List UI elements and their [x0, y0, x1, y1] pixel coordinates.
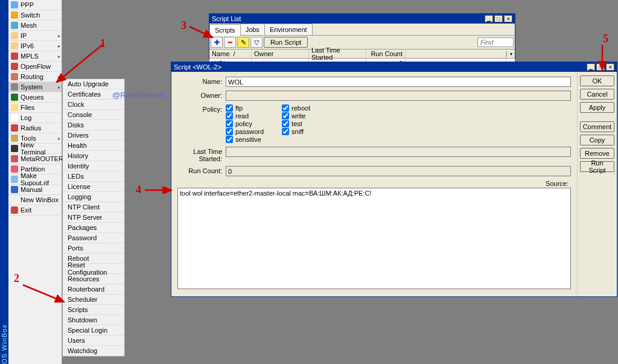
menu-item-ppp[interactable]: PPP — [8, 0, 62, 10]
submenu-item-packages[interactable]: Packages — [63, 223, 124, 233]
policy-password[interactable]: password — [226, 128, 264, 135]
submenu-item-license[interactable]: License — [63, 182, 124, 192]
policy-write-checkbox[interactable] — [282, 112, 289, 120]
find-input[interactable] — [477, 37, 514, 47]
source-textarea[interactable] — [177, 188, 571, 289]
submenu-item-password[interactable]: Password — [63, 233, 124, 243]
menu-item-log[interactable]: Log — [8, 113, 62, 123]
menu-item-switch[interactable]: Switch — [8, 10, 62, 21]
menu-item-openflow[interactable]: OpenFlow — [8, 62, 62, 72]
menu-item-mesh[interactable]: Mesh — [8, 21, 62, 31]
menu-item-manual[interactable]: Manual — [8, 185, 62, 195]
maximize-button[interactable]: □ — [596, 63, 605, 71]
submenu-item-reset-configuration[interactable]: Reset Configuration — [63, 264, 124, 274]
menu-item-queues[interactable]: Queues — [8, 92, 62, 103]
submenu-arrow-icon: ▸ — [58, 136, 60, 141]
cancel-button[interactable]: Cancel — [580, 89, 614, 100]
run-script-button[interactable]: Run Script — [264, 37, 308, 48]
menu-item-system[interactable]: System▸ — [8, 82, 62, 92]
minimize-button[interactable]: ▁ — [587, 63, 595, 71]
close-button[interactable]: ✕ — [504, 15, 512, 22]
close-button[interactable]: ✕ — [606, 63, 614, 71]
submenu-item-ntp-server[interactable]: NTP Server — [63, 212, 124, 223]
menu-item-metarouter[interactable]: MetaROUTER — [8, 154, 62, 164]
comment-button[interactable]: Comment — [580, 121, 614, 132]
maximize-button[interactable]: □ — [494, 15, 503, 22]
submenu-item-history[interactable]: History — [63, 151, 124, 161]
submenu-item-scripts[interactable]: Scripts — [63, 305, 124, 315]
add-button[interactable]: ✚ — [211, 37, 223, 48]
policy-policy-checkbox[interactable] — [226, 120, 233, 127]
submenu-item-disks[interactable]: Disks — [63, 120, 124, 130]
menu-item-ipv6[interactable]: IPv6▸ — [8, 41, 62, 51]
policy-password-checkbox[interactable] — [226, 128, 233, 135]
ok-button[interactable]: OK — [580, 75, 614, 86]
script-edit-buttons: OKCancelApplyCommentCopyRemoveRun Script — [577, 72, 617, 296]
comment-button[interactable]: ✎ — [237, 37, 249, 48]
tab-jobs[interactable]: Jobs — [240, 24, 265, 35]
menu-icon — [11, 94, 18, 101]
policy-reboot-checkbox[interactable] — [282, 104, 289, 112]
policy-sniff-checkbox[interactable] — [282, 128, 289, 135]
policy-sensitive[interactable]: sensitive — [226, 136, 264, 143]
policy-sniff[interactable]: sniff — [282, 128, 310, 135]
submenu-item-ports[interactable]: Ports — [63, 243, 124, 254]
svg-line-0 — [57, 45, 103, 82]
policy-ftp[interactable]: ftp — [226, 104, 264, 112]
menu-item-new-terminal[interactable]: New Terminal — [8, 144, 62, 154]
submenu-arrow-icon: ▸ — [58, 85, 60, 90]
columns-dropdown[interactable]: ▾ — [506, 51, 515, 57]
policy-read-checkbox[interactable] — [226, 112, 233, 120]
name-input[interactable] — [226, 77, 571, 87]
submenu-item-routerboard[interactable]: Routerboard — [63, 284, 124, 295]
policy-write[interactable]: write — [282, 112, 310, 120]
submenu-item-logging[interactable]: Logging — [63, 192, 124, 202]
policy-reboot[interactable]: reboot — [282, 104, 310, 112]
script-edit-titlebar[interactable]: Script <WOL-2> ▁ □ ✕ — [171, 62, 617, 72]
submenu-item-ntp-client[interactable]: NTP Client — [63, 202, 124, 212]
submenu-item-drivers[interactable]: Drivers — [63, 130, 124, 141]
submenu-item-leds[interactable]: LEDs — [63, 171, 124, 182]
menu-item-exit[interactable]: Exit — [8, 205, 62, 216]
menu-item-mpls[interactable]: MPLS▸ — [8, 51, 62, 62]
submenu-item-watchdog[interactable]: Watchdog — [63, 346, 124, 356]
remove-button[interactable]: ━ — [224, 37, 236, 48]
filter-button[interactable]: ▽ — [250, 37, 263, 48]
submenu-item-health[interactable]: Health — [63, 141, 124, 151]
menu-item-label: Queues — [21, 94, 44, 101]
submenu-item-clock[interactable]: Clock — [63, 100, 124, 110]
menu-icon — [11, 83, 18, 91]
menu-item-files[interactable]: Files — [8, 103, 62, 113]
menu-item-radius[interactable]: Radius — [8, 123, 62, 133]
apply-button[interactable]: Apply — [580, 102, 614, 113]
copy-button[interactable]: Copy — [580, 135, 614, 145]
run-script-button[interactable]: Run Script — [580, 161, 614, 172]
remove-button[interactable]: Remove — [580, 148, 614, 159]
policy-test-checkbox[interactable] — [282, 120, 289, 127]
submenu-arrow-icon: ▸ — [58, 54, 60, 59]
submenu-item-identity[interactable]: Identity — [63, 161, 124, 171]
menu-item-routing[interactable]: Routing▸ — [8, 72, 62, 82]
menu-item-make-supout-rif[interactable]: Make Supout.rif — [8, 174, 62, 185]
submenu-item-auto-upgrade[interactable]: Auto Upgrade — [63, 79, 124, 89]
grid-header[interactable]: Name / Owner Last Time Started Run Count… — [209, 49, 515, 59]
menu-item-ip[interactable]: IP▸ — [8, 31, 62, 41]
tab-scripts[interactable]: Scripts — [209, 24, 241, 36]
submenu-item-special-login[interactable]: Special Login — [63, 325, 124, 336]
submenu-item-shutdown[interactable]: Shutdown — [63, 315, 124, 325]
submenu-item-users[interactable]: Users — [63, 336, 124, 346]
policy-ftp-checkbox[interactable] — [226, 104, 233, 112]
policy-test[interactable]: test — [282, 120, 310, 127]
script-list-titlebar[interactable]: Script List ▁ □ ✕ — [209, 14, 515, 24]
policy-sensitive-checkbox[interactable] — [226, 136, 233, 143]
minimize-button[interactable]: ▁ — [485, 15, 493, 22]
menu-item-new-winbox[interactable]: New WinBox — [8, 195, 62, 205]
submenu-item-console[interactable]: Console — [63, 110, 124, 120]
tab-environment[interactable]: Environment — [264, 24, 313, 35]
policy-policy[interactable]: policy — [226, 120, 264, 127]
menu-icon — [11, 186, 18, 193]
annotation-5: 5 — [603, 33, 608, 45]
menu-icon — [11, 11, 18, 19]
submenu-item-scheduler[interactable]: Scheduler — [63, 295, 124, 305]
policy-read[interactable]: read — [226, 112, 264, 120]
